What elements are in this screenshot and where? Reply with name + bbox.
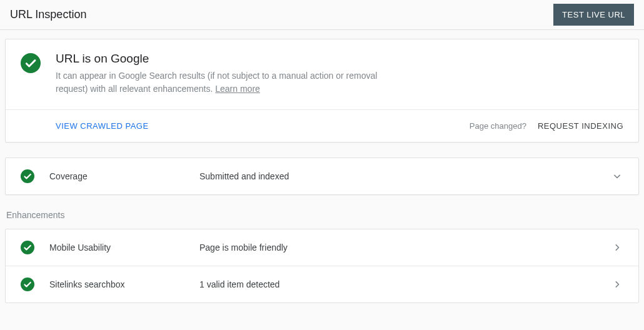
coverage-value: Submitted and indexed [199,171,611,181]
check-circle-icon [21,169,34,183]
svg-point-2 [21,241,34,254]
page-title: URL Inspection [10,8,86,21]
coverage-row[interactable]: Coverage Submitted and indexed [6,158,638,194]
svg-point-1 [21,169,34,183]
learn-more-link[interactable]: Learn more [215,84,260,94]
chevron-right-icon [611,241,623,254]
header-bar: URL Inspection TEST LIVE URL [0,0,644,30]
enhancement-value: 1 valid item detected [199,279,611,289]
view-crawled-page-button[interactable]: VIEW CRAWLED PAGE [56,121,149,131]
check-circle-icon [21,278,34,291]
svg-point-0 [21,53,41,73]
enhancement-label: Mobile Usability [49,242,199,252]
sitelinks-searchbox-row[interactable]: Sitelinks searchbox 1 valid item detecte… [6,266,638,302]
check-circle-icon [21,241,34,254]
enhancement-value: Page is mobile friendly [199,242,611,252]
enhancements-card: Mobile Usability Page is mobile friendly… [5,229,639,303]
request-indexing-button[interactable]: REQUEST INDEXING [538,121,623,131]
coverage-card: Coverage Submitted and indexed [5,158,639,195]
check-circle-icon [21,53,41,73]
url-status-card: URL is on Google It can appear in Google… [5,39,639,142]
chevron-down-icon [611,170,623,182]
enhancement-label: Sitelinks searchbox [49,279,199,289]
svg-point-3 [21,278,34,291]
status-title: URL is on Google [56,52,406,66]
enhancements-heading: Enhancements [5,210,639,229]
chevron-right-icon [611,278,623,291]
coverage-label: Coverage [49,171,199,181]
mobile-usability-row[interactable]: Mobile Usability Page is mobile friendly [6,229,638,266]
page-changed-label: Page changed? [470,121,526,131]
test-live-url-button[interactable]: TEST LIVE URL [553,4,634,26]
status-description: It can appear in Google Search results (… [56,69,406,96]
